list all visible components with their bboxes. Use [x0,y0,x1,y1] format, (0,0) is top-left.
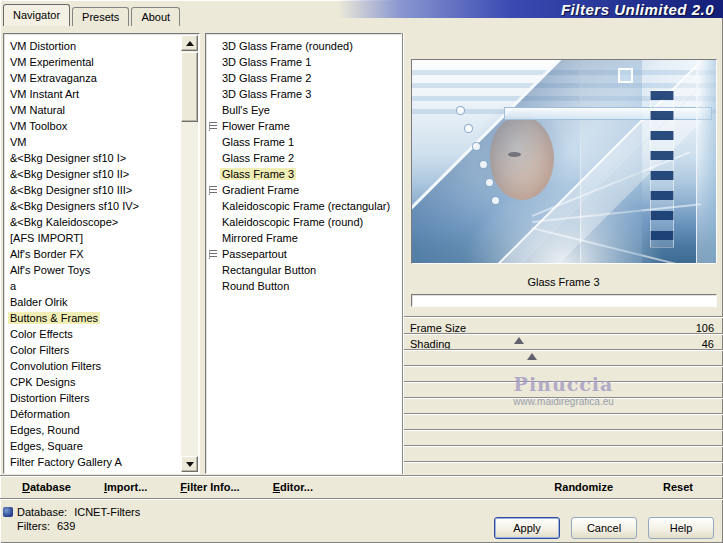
preset-icon [209,250,217,259]
scrollbar-thumb[interactable] [181,52,198,122]
category-item-label: VM Extravaganza [8,72,99,84]
param-row-empty [404,418,723,434]
category-scrollbar[interactable] [181,35,198,472]
category-item[interactable]: VM Distortion [5,38,181,54]
apply-button[interactable]: Apply [494,517,560,539]
randomize-button[interactable]: Randomize [554,478,613,496]
tab-bar: NavigatorPresetsAbout [3,3,182,26]
category-item[interactable]: &<Bkg Kaleidoscope> [5,214,181,230]
category-item[interactable]: CPK Designs [5,374,181,390]
filter-item[interactable]: Passepartout [207,246,400,262]
slider-track [404,413,723,415]
dot-shape [479,160,488,169]
category-item[interactable]: VM Natural [5,102,181,118]
category-item[interactable]: &<Bkg Designers sf10 IV> [5,198,181,214]
window-title: Filters Unlimited 2.0 [561,1,714,18]
filter-item[interactable]: Kaleidoscopic Frame (round) [207,214,400,230]
cancel-button[interactable]: Cancel [571,517,637,539]
filter-item[interactable]: Kaleidoscopic Frame (rectangular) [207,198,400,214]
slider-thumb[interactable] [514,337,524,344]
reset-button[interactable]: Reset [663,478,693,496]
editor-button[interactable]: Editor... [273,478,313,496]
param-row-empty [404,370,723,386]
filter-item-label: 3D Glass Frame 2 [220,72,313,84]
category-item[interactable]: VM Extravaganza [5,70,181,86]
category-item[interactable]: Convolution Filters [5,358,181,374]
filter-item[interactable]: Bull's Eye [207,102,400,118]
filter-item[interactable]: 3D Glass Frame (rounded) [207,38,400,54]
category-item-label: Edges, Square [8,440,85,452]
filter-item[interactable]: Rectangular Button [207,262,400,278]
category-item[interactable]: &<Bkg Designer sf10 III> [5,182,181,198]
filter-items: 3D Glass Frame (rounded)3D Glass Frame 1… [207,38,400,472]
filter-item[interactable]: Mirrored Frame [207,230,400,246]
slider-track[interactable] [404,333,723,335]
slider-track [404,429,723,431]
slider-track[interactable] [404,349,723,351]
category-item[interactable]: Déformation [5,406,181,422]
category-item-label: &<Bkg Designer sf10 II> [8,168,131,180]
category-item[interactable]: VM [5,134,181,150]
category-item[interactable]: VM Instant Art [5,86,181,102]
category-item[interactable]: a [5,278,181,294]
category-item-label: Alf's Power Toys [8,264,92,276]
category-item[interactable]: Color Effects [5,326,181,342]
scroll-up-button[interactable] [181,35,198,51]
import-button[interactable]: Import... [104,478,147,496]
category-item[interactable]: Alf's Border FX [5,246,181,262]
filter-item[interactable]: 3D Glass Frame 3 [207,86,400,102]
category-item[interactable]: Filter Factory Gallery A [5,454,181,470]
database-label: Database: [17,505,67,519]
filter-item[interactable]: Gradient Frame [207,182,400,198]
filter-item[interactable]: Flower Frame [207,118,400,134]
dot-shape [456,106,465,115]
filter-item[interactable]: Glass Frame 1 [207,134,400,150]
preset-icon [209,122,217,131]
category-item[interactable]: VM Experimental [5,54,181,70]
param-row-empty [404,450,723,466]
database-button[interactable]: Database [22,478,71,496]
filter-item[interactable]: 3D Glass Frame 2 [207,70,400,86]
category-item[interactable]: Color Filters [5,342,181,358]
filter-item-label: 3D Glass Frame 3 [220,88,313,100]
tab-navigator[interactable]: Navigator [3,4,70,26]
category-item[interactable]: VM Toolbox [5,118,181,134]
status-filters-row: Filters: 639 [3,519,140,533]
filter-item[interactable]: Glass Frame 3 [207,166,400,182]
filter-item-label: Glass Frame 1 [220,136,296,148]
category-item[interactable]: Distortion Filters [5,390,181,406]
category-item-label: Buttons & Frames [8,312,100,324]
filter-item-label: Kaleidoscopic Frame (rectangular) [220,200,392,212]
filter-item-label: Passepartout [220,248,289,260]
category-item-label: CPK Designs [8,376,77,388]
category-item[interactable]: &<Bkg Designer sf10 I> [5,150,181,166]
preview-panel: Glass Frame 3 Frame Size106Shading46 Pin… [404,33,723,474]
tab-presets[interactable]: Presets [72,7,129,26]
category-item-label: Color Filters [8,344,71,356]
scroll-down-button[interactable] [181,456,198,472]
filter-item[interactable]: Glass Frame 2 [207,150,400,166]
filters-value: 639 [57,519,75,533]
slider-track [404,397,723,399]
filter-item[interactable]: 3D Glass Frame 1 [207,54,400,70]
category-item[interactable]: [AFS IMPORT] [5,230,181,246]
filter-item[interactable]: Round Button [207,278,400,294]
category-item-label: a [8,280,18,292]
toolbar: DatabaseImport...Filter Info...Editor...… [0,478,723,496]
small-square-shape [618,68,633,83]
category-item-label: VM Natural [8,104,67,116]
category-item[interactable]: Balder Olrik [5,294,181,310]
slider-thumb[interactable] [527,353,537,360]
tab-about[interactable]: About [131,7,180,26]
category-item-label: &<Bkg Kaleidoscope> [8,216,120,228]
filter-info-button[interactable]: Filter Info... [180,478,239,496]
category-item[interactable]: Alf's Power Toys [5,262,181,278]
category-item[interactable]: Edges, Square [5,438,181,454]
category-item-label: Edges, Round [8,424,82,436]
param-list: Frame Size106Shading46 [404,322,723,466]
category-item-label: &<Bkg Designers sf10 IV> [8,200,141,212]
category-item[interactable]: Edges, Round [5,422,181,438]
category-item[interactable]: Buttons & Frames [5,310,181,326]
help-button[interactable]: Help [648,517,714,539]
category-item[interactable]: &<Bkg Designer sf10 II> [5,166,181,182]
